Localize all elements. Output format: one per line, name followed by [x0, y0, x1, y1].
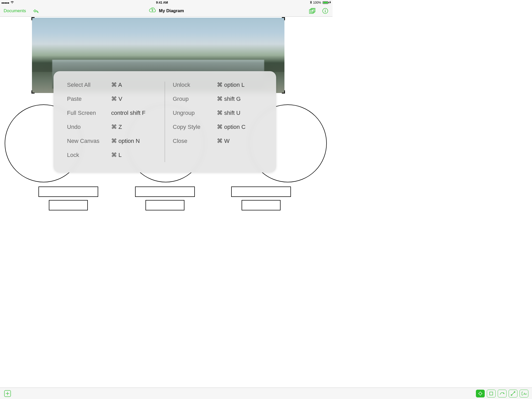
selection-handle-bl[interactable]: [31, 90, 35, 94]
shortcut-row: Lock⌘ L: [67, 152, 157, 158]
shortcut-label: Group: [173, 96, 217, 102]
rect-shape[interactable]: [242, 200, 281, 210]
selection-handle-tl[interactable]: [31, 17, 35, 20]
shortcut-label: Close: [173, 138, 217, 144]
shortcut-label: Ungroup: [173, 110, 217, 116]
status-time: 9:41 AM: [14, 1, 310, 4]
column-divider: [165, 82, 165, 162]
shortcut-keys: ⌘ W: [217, 138, 230, 144]
svg-rect-5: [325, 10, 325, 12]
shortcut-label: Lock: [67, 152, 111, 158]
shortcut-row: Group⌘ shift G: [173, 96, 263, 102]
rect-shape[interactable]: [38, 187, 98, 197]
selection-handle-tr[interactable]: [282, 17, 285, 20]
shortcut-label: Paste: [67, 96, 111, 102]
cloud-sync-icon[interactable]: [149, 7, 156, 14]
shortcut-row: Select All⌘ A: [67, 82, 157, 88]
shortcut-label: Unlock: [173, 82, 217, 88]
rect-shape[interactable]: [135, 187, 195, 197]
rect-shape[interactable]: [231, 187, 291, 197]
shortcuts-left-column: Select All⌘ A Paste⌘ V Full Screencontro…: [67, 82, 157, 162]
document-title: My Diagram: [159, 8, 184, 14]
status-left: [2, 1, 14, 4]
shortcut-label: Undo: [67, 124, 111, 130]
battery-icon: [322, 1, 328, 4]
charging-icon: [329, 1, 331, 5]
canvas-area[interactable]: Select All⌘ A Paste⌘ V Full Screencontro…: [0, 17, 332, 233]
shortcut-row: New Canvas⌘ option N: [67, 138, 157, 144]
shortcut-keys: ⌘ shift G: [217, 96, 241, 102]
shortcuts-right-column: Unlock⌘ option L Group⌘ shift G Ungroup⌘…: [173, 82, 263, 162]
svg-point-4: [325, 9, 325, 10]
shortcut-keys: ⌘ V: [111, 96, 122, 102]
shortcut-row: Paste⌘ V: [67, 96, 157, 102]
shortcut-keys: ⌘ Z: [111, 124, 122, 130]
shortcut-label: Copy Style: [173, 124, 217, 130]
status-right: 100%: [310, 1, 331, 5]
shortcut-label: New Canvas: [67, 138, 111, 144]
shortcut-row: Undo⌘ Z: [67, 124, 157, 130]
info-icon[interactable]: [322, 7, 329, 15]
shortcut-keys: ⌘ option N: [111, 138, 140, 144]
status-bar: 9:41 AM 100%: [0, 0, 332, 5]
nav-bar: Documents My Diagram: [0, 5, 332, 17]
rect-shape[interactable]: [49, 200, 88, 210]
shortcut-keys: ⌘ option C: [217, 124, 245, 130]
shortcut-label: Full Screen: [67, 110, 111, 116]
battery-percent: 100%: [313, 1, 321, 4]
shortcut-row: Close⌘ W: [173, 138, 263, 144]
shortcut-keys: ⌘ shift U: [217, 110, 240, 116]
shortcut-keys: ⌘ A: [111, 82, 122, 88]
shortcut-row: Copy Style⌘ option C: [173, 124, 263, 130]
shortcut-row: Full Screencontrol shift F: [67, 110, 157, 116]
rect-shape[interactable]: [145, 200, 184, 210]
keyboard-shortcuts-overlay: Select All⌘ A Paste⌘ V Full Screencontro…: [54, 71, 276, 172]
shortcut-label: Select All: [67, 82, 111, 88]
signal-dots-icon: [2, 1, 9, 4]
shortcut-keys: ⌘ L: [111, 152, 122, 158]
bluetooth-icon: [310, 1, 312, 5]
canvases-icon[interactable]: [309, 7, 316, 15]
shortcut-keys: ⌘ option L: [217, 82, 244, 88]
shortcut-row: Ungroup⌘ shift U: [173, 110, 263, 116]
wifi-icon: [10, 1, 14, 4]
documents-back-button[interactable]: Documents: [4, 8, 26, 14]
shortcut-row: Unlock⌘ option L: [173, 82, 263, 88]
undo-icon[interactable]: [32, 7, 39, 15]
shortcut-keys: control shift F: [111, 110, 145, 116]
selection-handle-br[interactable]: [282, 90, 285, 94]
